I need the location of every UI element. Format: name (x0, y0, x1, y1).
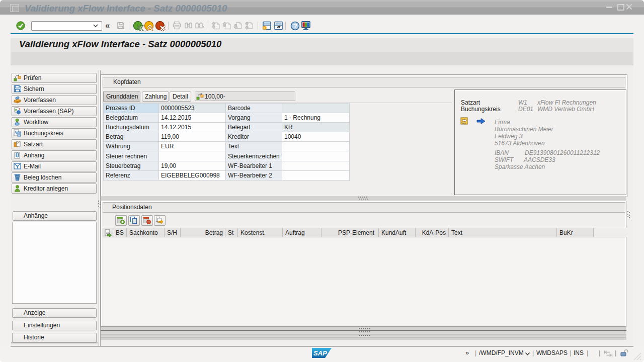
svg-text:?: ? (293, 22, 297, 30)
svg-text:SAP: SAP (313, 349, 327, 357)
svg-text:§: § (15, 130, 18, 135)
